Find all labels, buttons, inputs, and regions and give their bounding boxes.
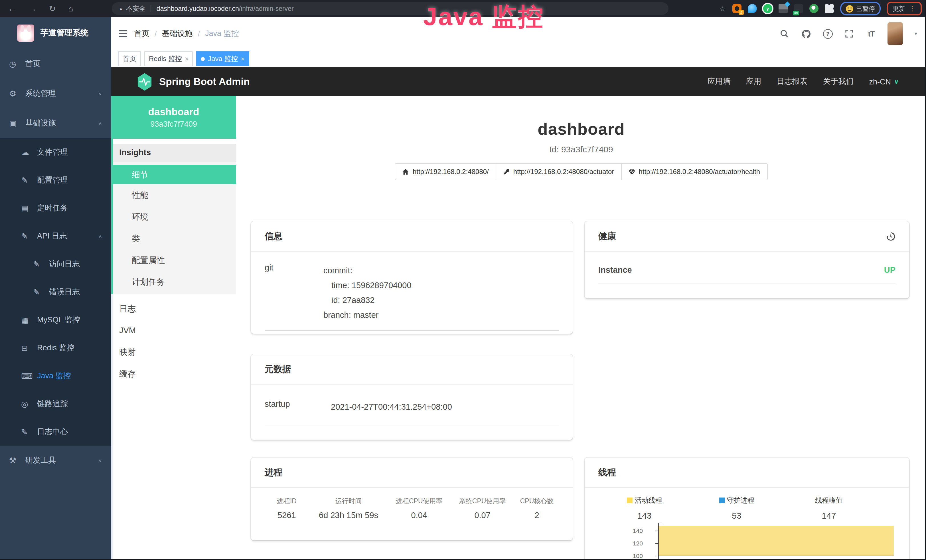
- sba-nav-wallboard[interactable]: 应用墙: [708, 76, 731, 87]
- extension-magnifier-icon[interactable]: [809, 4, 819, 13]
- app-sidebar: 芋道管理系统 ◷ 首页 ⚙ 系统管理 ∨ ▣ 基础设施 ∧ ☁ 文件管理 ✎ 配…: [0, 17, 111, 560]
- breadcrumb-home[interactable]: 首页: [134, 29, 150, 39]
- daemon-threads-value: 53: [690, 511, 782, 520]
- paused-chip[interactable]: 已暂停: [840, 2, 881, 15]
- sidebar-item-mysql-monitor[interactable]: ▦ MySQL 监控: [0, 306, 111, 334]
- sba-nav-journal[interactable]: 日志报表: [777, 76, 808, 87]
- edit-icon: ✎: [33, 259, 49, 268]
- sba-language-select[interactable]: zh-CN ∨: [869, 77, 899, 86]
- sba-menu-metrics[interactable]: 性能: [111, 184, 236, 206]
- bookmark-star-icon[interactable]: ☆: [720, 4, 726, 13]
- val-pid: 5261: [265, 511, 309, 520]
- service-url-button[interactable]: http://192.168.0.2:48080/: [395, 163, 496, 180]
- sidebar-item-home[interactable]: ◷ 首页: [0, 49, 111, 79]
- close-icon[interactable]: ×: [185, 55, 189, 62]
- user-menu-caret-icon[interactable]: ▾: [915, 31, 917, 36]
- tab-home[interactable]: 首页: [118, 51, 141, 66]
- health-history-icon[interactable]: [886, 232, 896, 241]
- sidebar-item-dev-tools[interactable]: ⚒ 研发工具 ∨: [0, 446, 111, 475]
- sba-menu-mappings[interactable]: 映射: [111, 341, 236, 363]
- infrastructure-submenu: ☁ 文件管理 ✎ 配置管理 ▤ 定时任务 ✎ API 日志 ∧ ✎ 访问日志 ✎: [0, 138, 111, 446]
- threads-card-title: 线程: [585, 458, 909, 488]
- sba-menu-classes[interactable]: 类: [111, 228, 236, 249]
- app-title: 芋道管理系统: [41, 28, 88, 38]
- url-host: dashboard.yudao.iocoder.cn: [157, 5, 239, 12]
- sba-menu-scheduled-tasks[interactable]: 计划任务: [111, 271, 236, 293]
- search-icon[interactable]: [779, 29, 790, 39]
- cloud-icon: ☁: [21, 147, 37, 157]
- extension-y-icon[interactable]: y: [763, 4, 772, 13]
- back-icon[interactable]: ←: [8, 4, 16, 13]
- breadcrumb-current: Java 监控: [205, 29, 239, 39]
- extensions-puzzle-icon[interactable]: [825, 4, 834, 13]
- git-commit-line: commit:: [324, 263, 412, 278]
- actuator-url-button[interactable]: http://192.168.0.2:48080/actuator: [496, 163, 622, 180]
- sidebar-item-log-center[interactable]: ✎ 日志中心: [0, 418, 111, 446]
- peak-threads-value: 147: [783, 511, 875, 520]
- sba-instance-header[interactable]: dashboard 93a3fc7f7409: [111, 96, 236, 139]
- not-secure-label: 不安全: [126, 4, 146, 13]
- git-time-line: time: 1596289704000: [324, 278, 412, 293]
- process-card-title: 进程: [251, 458, 573, 488]
- forward-icon[interactable]: →: [29, 4, 36, 13]
- extension-colorzilla-icon[interactable]: 1: [732, 4, 741, 13]
- fullscreen-icon[interactable]: [844, 29, 855, 39]
- active-dot-icon: [201, 57, 205, 61]
- process-card: 进程 进程ID 运行时间 进程CPU使用率 系统CPU使用率 CPU核心数 52…: [251, 458, 573, 540]
- sba-menu-jvm[interactable]: JVM: [111, 319, 236, 341]
- threads-legend: 活动线程 143 守护进程 53 线程峰值 147: [598, 496, 875, 520]
- sidebar-item-scheduled-jobs[interactable]: ▤ 定时任务: [0, 194, 111, 222]
- health-card-title: 健康: [598, 230, 616, 242]
- sba-menu-logs[interactable]: 日志: [111, 298, 236, 319]
- sidebar-item-tracing[interactable]: ◎ 链路追踪: [0, 390, 111, 418]
- emoji-face-icon: [846, 5, 853, 12]
- close-icon[interactable]: ×: [241, 55, 244, 62]
- tab-java-monitor[interactable]: Java 监控 ×: [197, 51, 249, 66]
- sidebar-fold-icon[interactable]: [119, 30, 127, 37]
- breadcrumb-separator: /: [154, 29, 157, 38]
- monitor-icon: ⌨: [21, 371, 37, 380]
- sba-nav-about[interactable]: 关于我们: [823, 76, 854, 87]
- live-threads-value: 143: [598, 511, 690, 520]
- font-size-icon[interactable]: tT: [866, 29, 876, 39]
- git-branch-line: branch: master: [324, 307, 412, 322]
- github-icon[interactable]: [801, 29, 811, 39]
- sba-menu-config-props[interactable]: 配置属性: [111, 249, 236, 271]
- health-url-button[interactable]: http://192.168.0.2:48080/actuator/health: [621, 163, 767, 180]
- home-icon[interactable]: ⌂: [68, 4, 73, 13]
- sba-menu-caches[interactable]: 缓存: [111, 363, 236, 384]
- sba-logo-icon: [137, 73, 152, 91]
- extension-grid-icon[interactable]: [779, 4, 788, 13]
- address-bar[interactable]: ▲ 不安全 dashboard.yudao.iocoder.cn/infra/a…: [112, 2, 669, 15]
- edit-icon: ✎: [33, 287, 49, 297]
- browser-menu-icon[interactable]: ⋮: [909, 5, 916, 12]
- database-icon: ▦: [21, 315, 37, 324]
- sidebar-item-java-monitor[interactable]: ⌨ Java 监控: [0, 362, 111, 390]
- sidebar-item-system-mgmt[interactable]: ⚙ 系统管理 ∨: [0, 79, 111, 108]
- sidebar-item-file-mgmt[interactable]: ☁ 文件管理: [0, 138, 111, 166]
- sba-nav-applications[interactable]: 应用: [746, 76, 761, 87]
- browser-update-button[interactable]: 更新 ⋮: [887, 2, 922, 15]
- extension-on-icon[interactable]: on: [794, 4, 803, 13]
- sidebar-item-infrastructure[interactable]: ▣ 基础设施 ∧: [0, 108, 111, 138]
- sba-menu-environment[interactable]: 环境: [111, 206, 236, 228]
- sidebar-item-api-logs[interactable]: ✎ API 日志 ∧: [0, 222, 111, 250]
- process-table: 进程ID 运行时间 进程CPU使用率 系统CPU使用率 CPU核心数 5261 …: [265, 488, 559, 520]
- sba-menu-details[interactable]: 细节: [111, 165, 236, 184]
- sidebar-item-config-mgmt[interactable]: ✎ 配置管理: [0, 166, 111, 194]
- user-avatar[interactable]: [888, 22, 903, 45]
- breadcrumb-infrastructure[interactable]: 基础设施: [162, 29, 193, 39]
- help-icon[interactable]: ?: [823, 29, 833, 39]
- url-path: /infra/admin-server: [239, 5, 294, 12]
- sba-brand[interactable]: Spring Boot Admin: [111, 73, 250, 91]
- sidebar-item-error-logs[interactable]: ✎ 错误日志: [0, 278, 111, 306]
- chevron-down-icon: ∨: [894, 78, 899, 85]
- sidebar-item-access-logs[interactable]: ✎ 访问日志: [0, 250, 111, 278]
- git-key: git: [265, 263, 324, 322]
- ytick-100: 100: [620, 552, 643, 559]
- col-pid: 进程ID: [265, 497, 309, 506]
- sidebar-item-redis-monitor[interactable]: ⊟ Redis 监控: [0, 334, 111, 362]
- reload-icon[interactable]: ↻: [49, 4, 56, 13]
- tab-redis-monitor[interactable]: Redis 监控 ×: [144, 51, 193, 66]
- extension-pin-icon[interactable]: [748, 4, 757, 13]
